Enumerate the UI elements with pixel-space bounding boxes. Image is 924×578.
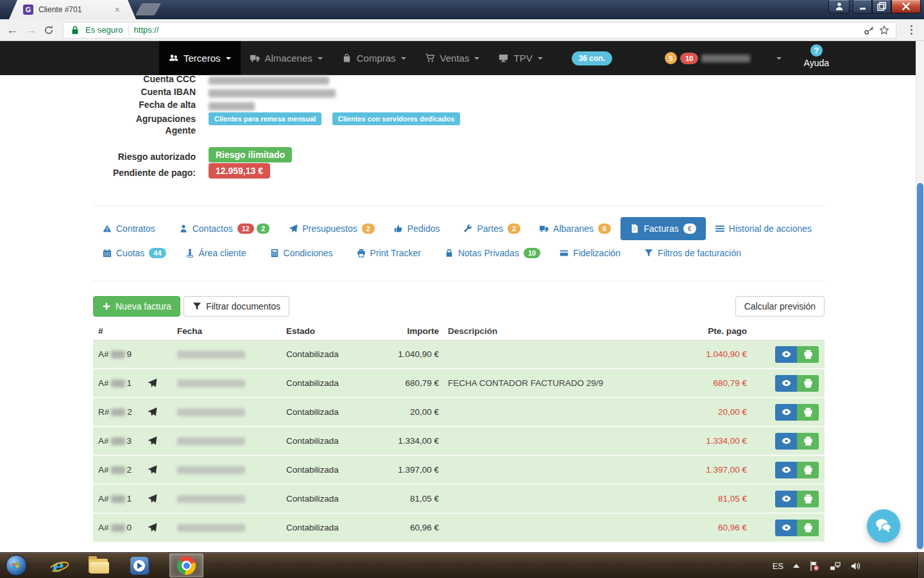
nav-menu-item[interactable]: TPV: [489, 41, 552, 75]
filter-documents-button[interactable]: Filtrar documentos: [184, 296, 289, 317]
field-label-iban: Cuenta IBAN: [0, 87, 196, 97]
section-tab[interactable]: Condiciones: [261, 241, 347, 265]
section-tab[interactable]: Partes 2: [454, 217, 530, 240]
col-amount: Importe: [376, 326, 439, 336]
print-invoice-button[interactable]: [797, 375, 819, 392]
tabs-row-2: Cuotas 44 Área cliente Condiciones: [93, 241, 825, 265]
print-invoice-button[interactable]: [797, 433, 819, 450]
credit-card-icon: [560, 249, 569, 258]
divider: [93, 281, 825, 281]
address-bar[interactable]: Es seguro https://: [63, 22, 896, 39]
start-button[interactable]: [5, 555, 27, 577]
section-tab[interactable]: Notas Privadas 10: [435, 241, 550, 265]
invoice-row: A#1 Contabilizada 81,05 € 81,05 €: [93, 485, 825, 514]
volume-icon[interactable]: [850, 561, 861, 572]
filter-icon: [644, 249, 653, 258]
print-invoice-button[interactable]: [797, 462, 819, 478]
bookmark-star-icon[interactable]: [879, 25, 889, 35]
taskbar-explorer[interactable]: [87, 555, 109, 577]
chevron-down-icon: [318, 57, 323, 60]
sent-plane-icon: [148, 436, 177, 446]
view-invoice-button[interactable]: [775, 404, 797, 421]
new-tab-button[interactable]: [135, 3, 161, 15]
print-invoice-button[interactable]: [797, 346, 819, 363]
invoice-table: A#9 Contabilizada 1.040,90 € 1.040,90 €: [93, 340, 825, 543]
group-tag[interactable]: Clientes para remesa mensual: [209, 112, 321, 125]
group-tag[interactable]: Clientes con servidores dedicados: [332, 112, 461, 125]
print-invoice-button[interactable]: [797, 404, 819, 421]
chevron-down-icon: [538, 57, 543, 60]
section-tab[interactable]: Filtros de facturación: [635, 241, 755, 265]
browser-tab[interactable]: G Cliente #701 ×: [9, 0, 136, 19]
action-center-flag-icon[interactable]: [809, 561, 820, 572]
show-desktop-button[interactable]: [918, 553, 924, 578]
taskbar-ie[interactable]: e: [46, 555, 68, 577]
key-icon[interactable]: [864, 25, 874, 35]
favicon: G: [23, 4, 33, 15]
nav-menu-item[interactable]: Terceros: [159, 41, 241, 75]
invoice-pending: 1.334,00 €: [670, 436, 747, 446]
tab-close-icon[interactable]: ×: [113, 4, 122, 15]
new-invoice-button[interactable]: Nueva factura: [93, 296, 180, 317]
notification-badge-red: 10: [680, 53, 698, 64]
section-tab[interactable]: Cuotas 44: [93, 241, 176, 265]
printer-icon: [803, 378, 813, 388]
ie-icon: e: [51, 557, 62, 574]
help-button[interactable]: ? Ayuda: [804, 44, 829, 68]
scrollbar-track[interactable]: [916, 41, 924, 552]
nav-menu-item[interactable]: Almacenes: [241, 41, 332, 75]
calc-forecast-button[interactable]: Calcular previsión: [735, 296, 825, 317]
section-tab[interactable]: Print Tracker: [347, 241, 435, 265]
taskbar-media-player[interactable]: [128, 555, 150, 577]
section-tab[interactable]: Contratos: [93, 217, 169, 240]
forward-button[interactable]: →: [25, 24, 37, 36]
nav-menu-item[interactable]: Compras: [332, 41, 416, 75]
tab-label: Facturas: [644, 223, 678, 234]
profile-button[interactable]: [828, 0, 850, 13]
view-invoice-button[interactable]: [775, 346, 797, 363]
chevron-down-icon[interactable]: [776, 57, 782, 60]
section-tab[interactable]: Fidelización: [550, 241, 635, 265]
sent-plane-icon: [148, 407, 177, 417]
section-tab[interactable]: Contactos 122: [169, 217, 279, 240]
invoice-pending: 1.397,00 €: [670, 465, 747, 475]
view-invoice-button[interactable]: [775, 462, 797, 478]
thumbs-up-icon: [394, 224, 403, 233]
language-indicator[interactable]: ES: [773, 561, 783, 571]
section-tab[interactable]: Presupuestos 2: [279, 217, 384, 240]
invoice-id: A#1: [93, 494, 148, 504]
view-invoice-button[interactable]: [775, 375, 797, 392]
chat-widget-button[interactable]: [867, 509, 900, 543]
print-invoice-button[interactable]: [797, 491, 819, 507]
invoice-status: Contabilizada: [286, 349, 376, 359]
hidden-icons-button[interactable]: [793, 564, 800, 568]
section-tab[interactable]: Área cliente: [176, 241, 261, 265]
network-icon[interactable]: [830, 561, 841, 572]
view-invoice-button[interactable]: [775, 491, 797, 507]
system-tray: ES: [773, 553, 861, 578]
tab-title: Cliente #701: [38, 5, 108, 14]
field-label-agente: Agente: [0, 125, 196, 136]
section-tab[interactable]: Facturas €: [620, 217, 706, 240]
section-tab[interactable]: Pedidos: [384, 217, 454, 240]
invoice-table-header: # Fecha Estado Importe Descripción Pte. …: [93, 322, 825, 340]
printer-icon: [803, 494, 813, 504]
view-invoice-button[interactable]: [775, 433, 797, 450]
nav-menu-item[interactable]: Ventas: [416, 41, 490, 75]
restore-button[interactable]: [872, 0, 891, 13]
browser-menu-button[interactable]: [905, 22, 918, 38]
section-tab[interactable]: Historial de acciones: [706, 217, 826, 240]
back-button[interactable]: ←: [6, 24, 19, 36]
taskbar-chrome-active[interactable]: [169, 554, 203, 577]
view-invoice-button[interactable]: [775, 520, 797, 536]
close-button[interactable]: [891, 0, 921, 13]
user-menu[interactable]: 5 10: [665, 41, 782, 75]
print-invoice-button[interactable]: [797, 520, 819, 536]
invoice-row: A#2 Contabilizada 1.397,00 € 1.397,00 €: [93, 456, 825, 485]
scrollbar-thumb[interactable]: [917, 183, 923, 549]
pending-label: Pendiente de pago:: [0, 168, 196, 178]
reload-button[interactable]: [44, 25, 54, 35]
tab-label: Albaranes: [553, 223, 594, 234]
minimize-button[interactable]: [853, 0, 872, 13]
section-tab[interactable]: Albaranes 6: [530, 217, 620, 240]
